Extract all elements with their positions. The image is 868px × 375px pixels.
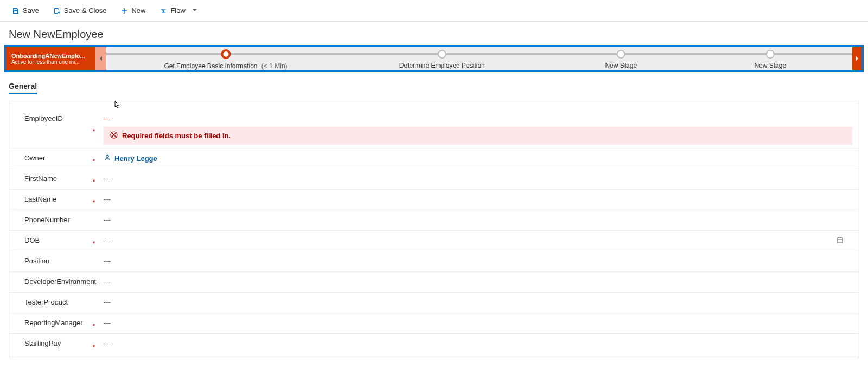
input-dev-env[interactable]: --- (97, 274, 859, 292)
label-owner: Owner (9, 151, 91, 169)
field-first-name: FirstName * --- (9, 169, 859, 190)
label-last-name: LastName (9, 192, 91, 210)
label-first-name: FirstName (9, 171, 91, 189)
required-marker (91, 254, 97, 271)
bpf-stage-dot (438, 50, 446, 59)
bpf-stage-1[interactable]: Get Employee Basic Information (< 1 Min) (164, 48, 287, 70)
bpf-stages-track: Get Employee Basic Information (< 1 Min)… (106, 47, 852, 70)
label-starting-pay: StartingPay (9, 336, 91, 354)
bpf-stage-3-label: New Stage (605, 62, 637, 69)
label-dob: DOB (9, 233, 91, 251)
required-marker: * (91, 171, 97, 189)
owner-lookup[interactable]: Henry Legge (104, 154, 157, 163)
flow-icon (159, 7, 167, 15)
bpf-bar: OnboardingANewEmplo... Active for less t… (4, 45, 864, 72)
required-marker (91, 212, 97, 230)
required-marker (91, 295, 97, 313)
plus-icon (120, 7, 128, 15)
label-employee-id: EmployeeID (9, 111, 91, 148)
bpf-stage-dot (766, 50, 775, 59)
label-tester-product: TesterProduct (9, 295, 91, 313)
svg-rect-2 (837, 238, 843, 243)
label-position: Position (9, 254, 91, 271)
bpf-process-badge[interactable]: OnboardingANewEmplo... Active for less t… (6, 47, 95, 70)
bpf-stage-3[interactable]: New Stage (605, 48, 637, 69)
field-tester-product: TesterProduct --- (9, 293, 859, 313)
field-starting-pay: StartingPay * --- (9, 334, 859, 354)
save-close-button[interactable]: Save & Close (48, 3, 112, 18)
new-button[interactable]: New (115, 3, 151, 18)
save-icon (12, 7, 20, 15)
input-dob[interactable]: --- (97, 233, 859, 251)
required-marker: * (91, 192, 97, 210)
field-dob: DOB * --- (9, 231, 859, 251)
bpf-stage-dot-active (221, 49, 231, 59)
required-marker: * (91, 315, 97, 333)
input-owner[interactable]: Henry Legge (97, 151, 859, 169)
input-reporting-mgr[interactable]: --- (97, 315, 859, 333)
label-phone: PhoneNumber (9, 212, 91, 230)
save-close-label: Save & Close (64, 7, 107, 15)
save-close-icon (53, 7, 61, 15)
flow-label: Flow (170, 7, 185, 15)
command-bar: Save Save & Close New Flow (0, 0, 868, 22)
required-marker: * (91, 111, 97, 148)
calendar-icon[interactable] (836, 236, 844, 245)
input-starting-pay[interactable]: --- (97, 336, 859, 354)
form-header: New NewEmployee (0, 22, 868, 43)
required-marker (91, 274, 97, 292)
general-section: EmployeeID * --- Required fields must be… (9, 100, 859, 359)
save-label: Save (23, 7, 39, 15)
input-first-name[interactable]: --- (97, 171, 859, 189)
input-tester-product[interactable]: --- (97, 295, 859, 313)
flow-button[interactable]: Flow (154, 3, 202, 18)
bpf-stage-1-label: Get Employee Basic Information (< 1 Min) (164, 62, 287, 70)
field-reporting-mgr: ReportingManager * --- (9, 313, 859, 334)
label-dev-env: DeveloperEnvironment (9, 274, 91, 292)
tab-general[interactable]: General (9, 79, 37, 94)
field-last-name: LastName * --- (9, 190, 859, 210)
input-last-name[interactable]: --- (97, 192, 859, 210)
field-owner: Owner * Henry Legge (9, 148, 859, 169)
input-employee-id[interactable]: --- Required fields must be filled in. (97, 111, 859, 148)
error-icon (110, 131, 118, 140)
required-marker: * (91, 336, 97, 354)
input-position[interactable]: --- (97, 254, 859, 271)
bpf-stage-4[interactable]: New Stage (754, 48, 786, 69)
error-banner: Required fields must be filled in. (104, 127, 852, 145)
required-marker: * (91, 151, 97, 169)
chevron-down-icon (192, 7, 197, 15)
bpf-collapse-button[interactable] (95, 47, 106, 70)
bpf-stage-2-label: Determine Employee Position (399, 62, 485, 69)
new-label: New (131, 7, 145, 15)
bpf-stage-2[interactable]: Determine Employee Position (399, 48, 485, 69)
person-icon (104, 154, 111, 163)
error-text: Required fields must be filled in. (122, 132, 231, 140)
bpf-next-button[interactable] (852, 47, 862, 70)
save-button[interactable]: Save (7, 3, 44, 18)
field-dev-env: DeveloperEnvironment --- (9, 272, 859, 293)
bpf-stage-dot (617, 50, 626, 59)
svg-point-1 (106, 155, 108, 157)
bpf-process-name: OnboardingANewEmplo... (11, 53, 90, 59)
page-title: New NewEmployee (9, 28, 859, 41)
label-reporting-mgr: ReportingManager (9, 315, 91, 333)
input-phone[interactable]: --- (97, 212, 859, 230)
bpf-active-time: Active for less than one mi... (11, 59, 90, 65)
bpf-stage-4-label: New Stage (754, 62, 786, 69)
owner-name: Henry Legge (114, 154, 157, 163)
field-employee-id: EmployeeID * --- Required fields must be… (9, 109, 859, 148)
field-phone: PhoneNumber --- (9, 210, 859, 231)
field-position: Position --- (9, 251, 859, 272)
form-tabs: General (9, 79, 859, 94)
required-marker: * (91, 233, 97, 251)
